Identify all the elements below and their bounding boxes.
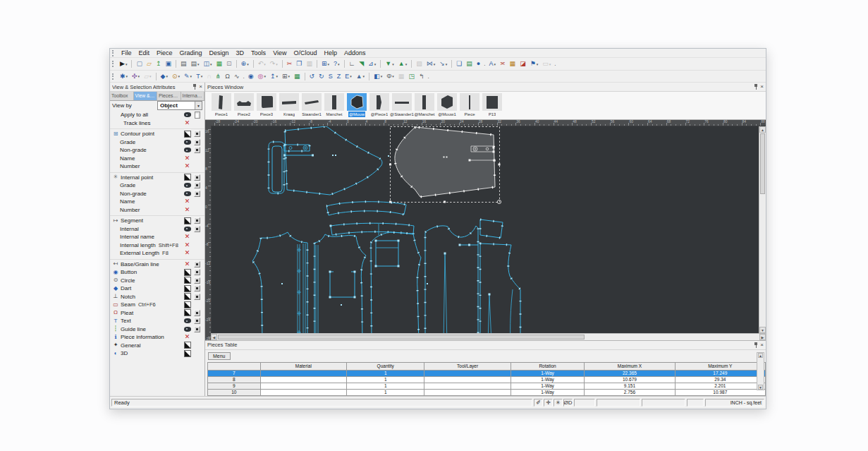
column-header-Tool/Layer[interactable]: Tool/Layer — [424, 363, 511, 371]
piece-thumbnail-shape[interactable] — [347, 93, 367, 111]
table-cell[interactable]: 7 — [208, 371, 261, 377]
toolbar-overflow[interactable]: . — [484, 61, 485, 67]
magnet-snap-toggle-icon[interactable]: ✳ — [554, 399, 563, 407]
table-cell[interactable]: 9 — [208, 383, 261, 390]
export-piece-icon[interactable]: ◳ — [407, 71, 416, 81]
contrast-toggle-icon[interactable] — [184, 309, 191, 316]
new-style-icon[interactable]: ▢ — [135, 59, 144, 69]
flag-text-icon[interactable]: ⚑▾ — [529, 59, 540, 69]
dropdown-arrow-icon[interactable]: ▾ — [138, 74, 140, 78]
copy-piece-icon[interactable]: ❏ — [455, 59, 463, 69]
options-button[interactable] — [194, 261, 200, 267]
contrast-toggle-icon[interactable] — [184, 285, 191, 292]
hidden-x-icon[interactable]: ✕ — [185, 120, 190, 126]
dropdown-arrow-icon[interactable]: ▾ — [434, 62, 436, 66]
piece-thumbnail-shape[interactable] — [369, 93, 389, 111]
contrast-toggle-icon[interactable] — [184, 301, 191, 308]
piece-thumbnail-shape[interactable] — [279, 93, 299, 111]
dropdown-arrow-icon[interactable]: ▾ — [201, 74, 203, 78]
paste-icon[interactable]: ▥ — [305, 59, 314, 69]
select-tool-icon[interactable]: ▶▾ — [118, 59, 128, 69]
piece-thumbnail-shape[interactable] — [437, 93, 457, 111]
menu-grading[interactable]: Grading — [176, 49, 206, 57]
table-cell[interactable]: 1 — [346, 371, 424, 377]
plot-icon[interactable]: ◫▾ — [202, 59, 213, 69]
contrast-toggle-icon[interactable] — [184, 174, 191, 181]
view-by-select[interactable]: Object ▼ — [157, 101, 202, 110]
visibility-eye-icon[interactable] — [184, 191, 191, 196]
cut-icon[interactable]: ✂ — [286, 59, 294, 69]
piece-thumbnail--piece1[interactable]: @Piece1 — [369, 93, 390, 117]
options-button[interactable] — [194, 285, 200, 291]
visibility-eye-icon[interactable] — [184, 112, 191, 117]
options-button[interactable] — [194, 326, 200, 332]
seam-tool-icon[interactable]: ∩ — [205, 71, 212, 81]
angle-measure-icon[interactable]: ∟ — [348, 59, 357, 69]
close-icon[interactable]: × — [199, 84, 202, 90]
scroll-right-icon[interactable]: ▶ — [759, 334, 766, 340]
contrast-toggle-icon[interactable] — [184, 350, 191, 357]
pieces-table-menu-button[interactable]: Menu — [208, 352, 231, 360]
piece-thumbnail-piece1[interactable]: Piece1 — [211, 93, 232, 117]
print-icon[interactable]: ▤ — [179, 59, 188, 69]
table-cell[interactable]: 22.365 — [585, 371, 675, 377]
snapshot-icon[interactable]: ▦ — [215, 59, 224, 69]
open-cloud-icon[interactable]: ↥ — [154, 59, 163, 69]
anchor-tool-icon[interactable]: ◎▾ — [257, 71, 267, 81]
options-button[interactable] — [194, 318, 200, 324]
notch-tool-icon[interactable]: ⋔ — [214, 71, 223, 81]
menu-edit[interactable]: Edit — [135, 49, 154, 57]
options-button[interactable] — [194, 147, 200, 153]
diameter-display-toggle-icon[interactable]: ØD — [563, 399, 573, 407]
board-icon[interactable]: ▧ — [415, 59, 424, 69]
piece-thumbnail--staander1[interactable]: @Staander1 — [391, 93, 412, 117]
dropdown-arrow-icon[interactable]: ▾ — [350, 74, 352, 78]
dropdown-arrow-icon[interactable]: ▾ — [374, 62, 377, 66]
pin-tool-icon[interactable]: ◉ — [247, 71, 255, 81]
dart-tool-icon[interactable]: ◆▾ — [159, 71, 169, 81]
piece-thumbnail-shape[interactable] — [415, 93, 434, 111]
pattern-canvas[interactable] — [212, 126, 759, 333]
toolbar-overflow[interactable]: . — [427, 73, 429, 80]
vertical-scroll-thumb[interactable] — [760, 133, 765, 194]
open-style-icon[interactable]: ▱ — [145, 59, 153, 69]
column-header-Quantity[interactable]: Quantity — [346, 363, 424, 371]
visibility-eye-icon[interactable] — [184, 318, 191, 323]
piece-thumbnail-manchet[interactable]: Manchet — [324, 93, 345, 117]
toolbar2-grip[interactable] — [112, 73, 116, 80]
toolbar-overflow[interactable]: . — [243, 73, 244, 80]
dropdown-arrow-icon[interactable]: ▾ — [537, 62, 539, 66]
tab-toolbox[interactable]: Toolbox — [110, 92, 134, 100]
contrast-toggle-icon[interactable] — [184, 269, 191, 276]
hidden-x-icon[interactable]: ✕ — [185, 242, 190, 248]
table-cell[interactable] — [424, 371, 511, 377]
visibility-eye-icon[interactable] — [184, 327, 191, 332]
visibility-eye-icon[interactable] — [184, 140, 191, 145]
shrink-tool-icon[interactable]: ▲▾ — [355, 71, 366, 81]
apply-page-icon[interactable] — [195, 112, 200, 119]
menu-tools[interactable]: Tools — [247, 49, 269, 57]
copy-icon[interactable]: ❐ — [295, 59, 303, 69]
pin-icon[interactable] — [754, 84, 758, 90]
table-cell[interactable]: 9.151 — [585, 383, 675, 390]
contrast-toggle-icon[interactable] — [184, 217, 191, 224]
dropdown-arrow-icon[interactable]: ▾ — [363, 74, 365, 78]
circle-tool-icon[interactable]: ⊙▾ — [171, 71, 181, 81]
move-snap-toggle-icon[interactable]: ✛ — [544, 399, 553, 407]
options-button[interactable] — [194, 131, 200, 137]
table-cell[interactable]: 1 — [346, 390, 424, 396]
table-row[interactable]: 711-Way22.36517.249 — [208, 371, 766, 377]
hidden-x-icon[interactable]: ✕ — [185, 163, 190, 169]
dropdown-arrow-icon[interactable]: ▾ — [288, 74, 291, 78]
hidden-x-icon[interactable]: ✕ — [185, 234, 190, 240]
undo-icon[interactable]: ↶▾ — [257, 59, 267, 69]
piece-thumbnail-kraag[interactable]: Kraag — [279, 93, 300, 117]
attach-icon[interactable]: ⊡ — [225, 59, 233, 69]
join-nodes-icon[interactable]: ⋈▾ — [425, 59, 437, 69]
dropdown-arrow-icon[interactable]: ▾ — [126, 74, 128, 78]
piece-thumbnail-shape[interactable] — [392, 93, 412, 111]
hidden-x-icon[interactable]: ✕ — [185, 198, 190, 205]
table-cell[interactable]: 1 — [346, 377, 424, 383]
dropdown-arrow-icon[interactable]: ▾ — [247, 62, 249, 66]
menubar-grip[interactable] — [112, 50, 116, 56]
